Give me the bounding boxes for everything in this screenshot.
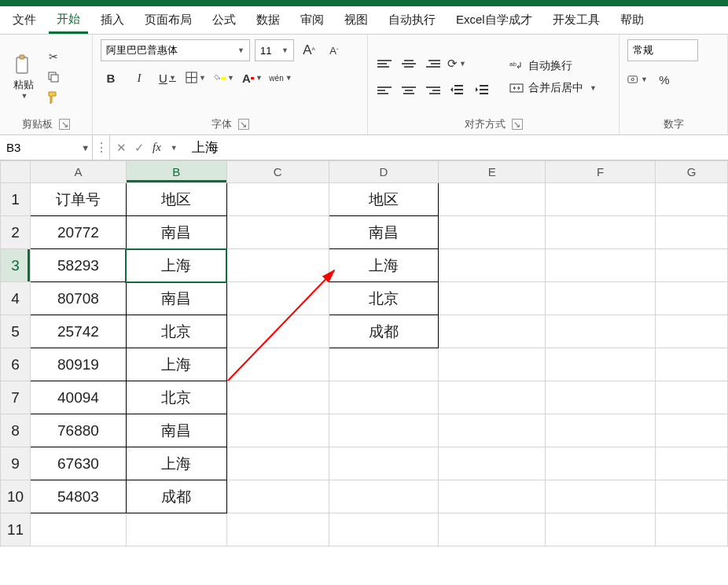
format-painter-icon[interactable] — [46, 90, 61, 105]
cell-F6[interactable] — [546, 348, 656, 381]
menu-review[interactable]: 审阅 — [292, 8, 332, 32]
align-top-button[interactable] — [376, 55, 395, 72]
align-bottom-button[interactable] — [423, 55, 442, 72]
row-header-5[interactable]: 5 — [1, 315, 31, 348]
font-size-combo[interactable]: 11▼ — [255, 39, 294, 61]
cell-E7[interactable] — [439, 381, 546, 414]
cell-G1[interactable] — [656, 183, 728, 216]
cell-G6[interactable] — [656, 348, 728, 381]
cell-B2[interactable]: 南昌 — [126, 216, 226, 249]
cell-F8[interactable] — [546, 414, 656, 447]
cell-C4[interactable] — [226, 282, 329, 315]
wrap-text-button[interactable]: ab 自动换行 — [509, 59, 597, 73]
align-right-button[interactable] — [423, 82, 442, 99]
cell-D11[interactable] — [329, 513, 439, 546]
cell-C11[interactable] — [226, 513, 329, 546]
row-header-4[interactable]: 4 — [1, 282, 31, 315]
menu-data[interactable]: 数据 — [248, 8, 288, 32]
increase-font-icon[interactable]: A^ — [299, 40, 319, 61]
cell-D10[interactable] — [329, 480, 439, 513]
cell-A1[interactable]: 订单号 — [30, 183, 126, 216]
cell-B6[interactable]: 上海 — [126, 348, 226, 381]
underline-button[interactable]: U▼ — [157, 68, 178, 88]
col-header-C[interactable]: C — [226, 161, 329, 183]
spreadsheet-grid[interactable]: A B C D E F G 1 订单号 地区 地区 2 20772 南昌 南昌 … — [0, 160, 728, 546]
cell-G5[interactable] — [656, 315, 728, 348]
name-box-expand[interactable]: ⋮ — [93, 135, 110, 160]
cell-B8[interactable]: 南昌 — [126, 414, 226, 447]
cell-C7[interactable] — [226, 381, 329, 414]
cell-B11[interactable] — [126, 513, 226, 546]
cell-A11[interactable] — [30, 513, 126, 546]
cell-B9[interactable]: 上海 — [126, 447, 226, 480]
cell-B10[interactable]: 成都 — [126, 480, 226, 513]
cell-D2[interactable]: 南昌 — [329, 216, 439, 249]
cell-A5[interactable]: 25742 — [30, 315, 126, 348]
cell-G10[interactable] — [656, 480, 728, 513]
cell-G4[interactable] — [656, 282, 728, 315]
row-header-1[interactable]: 1 — [1, 183, 31, 216]
percent-button[interactable]: % — [654, 69, 675, 90]
font-color-button[interactable]: A▼ — [242, 68, 263, 88]
confirm-formula-icon[interactable]: ✓ — [134, 141, 145, 155]
cell-F1[interactable] — [546, 183, 656, 216]
cell-D3[interactable]: 上海 — [329, 249, 439, 282]
col-header-B[interactable]: B — [126, 161, 226, 183]
cell-E3[interactable] — [439, 249, 546, 282]
cell-G8[interactable] — [656, 414, 728, 447]
cell-A3[interactable]: 58293 — [30, 249, 126, 282]
menu-view[interactable]: 视图 — [336, 8, 376, 32]
cell-D5[interactable]: 成都 — [329, 315, 439, 348]
cell-B7[interactable]: 北京 — [126, 381, 226, 414]
cell-E6[interactable] — [439, 348, 546, 381]
row-header-7[interactable]: 7 — [1, 381, 31, 414]
col-header-G[interactable]: G — [656, 161, 728, 183]
col-header-F[interactable]: F — [546, 161, 656, 183]
cell-A9[interactable]: 67630 — [30, 447, 126, 480]
cell-A2[interactable]: 20772 — [30, 216, 126, 249]
menu-developer[interactable]: 开发工具 — [545, 8, 608, 32]
currency-button[interactable]: ▼ — [627, 69, 648, 90]
cell-B4[interactable]: 南昌 — [126, 282, 226, 315]
col-header-A[interactable]: A — [30, 161, 126, 183]
cell-C5[interactable] — [226, 315, 329, 348]
menu-automate[interactable]: 自动执行 — [381, 8, 443, 32]
menu-help[interactable]: 帮助 — [612, 8, 652, 32]
decrease-font-icon[interactable]: Aˇ — [324, 40, 344, 61]
cell-E2[interactable] — [439, 216, 546, 249]
font-name-combo[interactable]: 阿里巴巴普惠体▼ — [101, 39, 250, 61]
cell-F10[interactable] — [546, 480, 656, 513]
cell-G7[interactable] — [656, 381, 728, 414]
row-header-11[interactable]: 11 — [1, 513, 31, 546]
decrease-indent-button[interactable] — [447, 80, 467, 101]
cell-E1[interactable] — [439, 183, 546, 216]
increase-indent-button[interactable] — [472, 80, 492, 101]
cell-A6[interactable]: 80919 — [30, 348, 126, 381]
cell-F5[interactable] — [546, 315, 656, 348]
cell-E8[interactable] — [439, 414, 546, 447]
cell-D6[interactable] — [329, 348, 439, 381]
fx-icon[interactable]: fx — [153, 141, 161, 154]
name-box-dropdown[interactable]: ▼ — [79, 143, 92, 153]
menu-file[interactable]: 文件 — [5, 8, 44, 32]
cell-E5[interactable] — [439, 315, 546, 348]
orientation-button[interactable]: ⟳▼ — [447, 53, 467, 74]
font-launcher[interactable]: ↘ — [238, 119, 249, 130]
paste-button[interactable]: 粘贴 ▼ — [8, 54, 39, 100]
cell-E10[interactable] — [439, 480, 546, 513]
cell-D9[interactable] — [329, 447, 439, 480]
align-left-button[interactable] — [376, 82, 395, 99]
cell-C6[interactable] — [226, 348, 329, 381]
align-center-button[interactable] — [399, 82, 418, 99]
cell-F7[interactable] — [546, 381, 656, 414]
cell-B3[interactable]: 上海 — [126, 249, 226, 282]
cell-A8[interactable]: 76880 — [30, 414, 126, 447]
pinyin-button[interactable]: wén▼ — [270, 68, 291, 88]
cell-C1[interactable] — [226, 183, 329, 216]
cell-D1[interactable]: 地区 — [329, 183, 439, 216]
cell-F2[interactable] — [546, 216, 656, 249]
cell-C9[interactable] — [226, 447, 329, 480]
cell-E11[interactable] — [439, 513, 546, 546]
cell-C3[interactable] — [226, 249, 329, 282]
cell-D8[interactable] — [329, 414, 439, 447]
